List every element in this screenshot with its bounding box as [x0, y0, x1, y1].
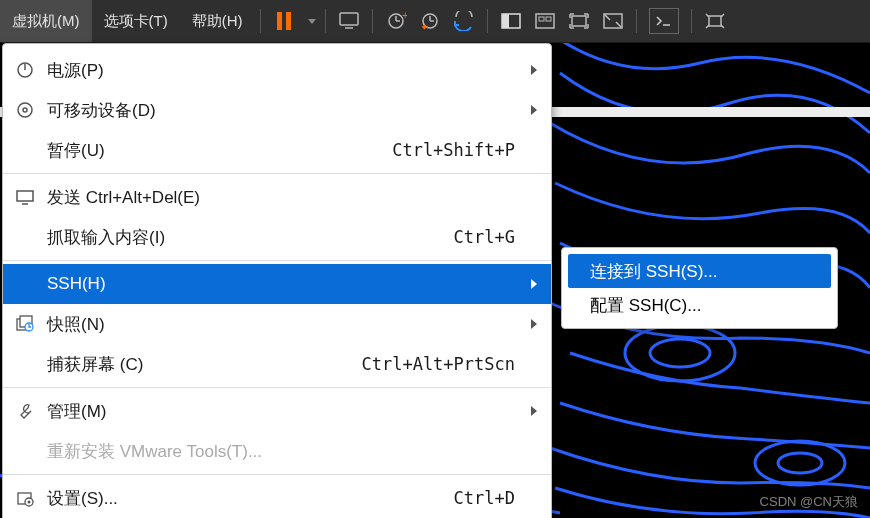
menu-shortcut: Ctrl+Alt+PrtScn — [361, 354, 551, 374]
menu-label: 电源(P) — [47, 59, 551, 82]
snapshot-icon — [15, 315, 35, 333]
separator — [325, 9, 326, 33]
content-area: 电源(P) 可移动设备(D) 暂停(U) Ctrl+Shift+P 发送 Ctr… — [0, 43, 870, 518]
menu-pause[interactable]: 暂停(U) Ctrl+Shift+P — [3, 130, 551, 170]
menu-label: 暂停(U) — [47, 139, 392, 162]
menu-manage[interactable]: 管理(M) — [3, 391, 551, 431]
menu-separator — [3, 173, 551, 174]
wrench-icon — [16, 402, 34, 420]
submenu-configure-ssh[interactable]: 配置 SSH(C)... — [562, 288, 837, 322]
svg-point-18 — [23, 108, 27, 112]
svg-point-13 — [650, 339, 710, 367]
separator — [487, 9, 488, 33]
menu-snapshot[interactable]: 快照(N) — [3, 304, 551, 344]
menu-shortcut: Ctrl+D — [454, 488, 551, 508]
svg-rect-9 — [572, 16, 586, 26]
pause-button[interactable] — [267, 0, 301, 42]
watermark: CSDN @CN天狼 — [760, 493, 858, 511]
vm-menu-popup: 电源(P) 可移动设备(D) 暂停(U) Ctrl+Shift+P 发送 Ctr… — [2, 43, 552, 518]
chevron-right-icon — [531, 105, 537, 115]
svg-rect-7 — [539, 17, 544, 21]
svg-point-15 — [778, 453, 822, 473]
menu-vm[interactable]: 虚拟机(M) — [0, 0, 92, 42]
send-icon — [15, 189, 35, 205]
view-single-icon[interactable] — [494, 0, 528, 42]
svg-point-25 — [28, 501, 31, 504]
menu-label: 抓取输入内容(I) — [47, 226, 454, 249]
menu-separator — [3, 474, 551, 475]
pause-dropdown[interactable] — [301, 0, 319, 42]
svg-rect-19 — [17, 191, 33, 201]
menu-label: 可移动设备(D) — [47, 99, 551, 122]
menu-separator — [3, 260, 551, 261]
snapshot-take-icon[interactable]: + — [379, 0, 413, 42]
stretch-icon[interactable] — [698, 0, 732, 42]
chevron-right-icon — [531, 319, 537, 329]
menu-tabs[interactable]: 选项卡(T) — [92, 0, 180, 42]
menu-separator — [3, 387, 551, 388]
chevron-right-icon — [531, 65, 537, 75]
menu-label: 设置(S)... — [47, 487, 454, 510]
svg-point-14 — [755, 441, 845, 485]
svg-rect-0 — [340, 13, 358, 25]
svg-rect-8 — [546, 17, 551, 21]
menu-send-cad[interactable]: 发送 Ctrl+Alt+Del(E) — [3, 177, 551, 217]
separator — [636, 9, 637, 33]
ssh-submenu: 连接到 SSH(S)... 配置 SSH(C)... — [561, 247, 838, 329]
menu-label: 管理(M) — [47, 400, 551, 423]
menu-capture-screen[interactable]: 捕获屏幕 (C) Ctrl+Alt+PrtScn — [3, 344, 551, 384]
menu-shortcut: Ctrl+G — [454, 227, 551, 247]
submenu-connect-ssh[interactable]: 连接到 SSH(S)... — [568, 254, 831, 288]
disc-icon — [16, 101, 34, 119]
snapshot-revert-icon[interactable] — [413, 0, 447, 42]
view-fullscreen-icon[interactable] — [596, 0, 630, 42]
menu-grab-input[interactable]: 抓取输入内容(I) Ctrl+G — [3, 217, 551, 257]
svg-point-17 — [18, 103, 32, 117]
menu-label: 捕获屏幕 (C) — [47, 353, 361, 376]
menu-label: 快照(N) — [47, 313, 551, 336]
menu-removable-devices[interactable]: 可移动设备(D) — [3, 90, 551, 130]
menu-help[interactable]: 帮助(H) — [180, 0, 255, 42]
menu-settings[interactable]: 设置(S)... Ctrl+D — [3, 478, 551, 518]
menu-ssh[interactable]: SSH(H) — [3, 264, 551, 304]
power-icon — [16, 61, 34, 79]
menu-shortcut: Ctrl+Shift+P — [392, 140, 551, 160]
svg-text:+: + — [402, 11, 407, 21]
settings-icon — [16, 489, 34, 507]
snapshot-manager-icon[interactable] — [447, 0, 481, 42]
send-keys-icon[interactable] — [332, 0, 366, 42]
svg-point-12 — [625, 325, 735, 381]
separator — [691, 9, 692, 33]
view-multi-icon[interactable] — [528, 0, 562, 42]
console-icon[interactable] — [649, 8, 679, 34]
svg-rect-5 — [502, 14, 509, 28]
chevron-right-icon — [531, 406, 537, 416]
menu-label: SSH(H) — [47, 274, 551, 294]
menu-label: 重新安装 VMware Tools(T)... — [47, 440, 551, 463]
view-unity-icon[interactable] — [562, 0, 596, 42]
separator — [372, 9, 373, 33]
menu-power[interactable]: 电源(P) — [3, 50, 551, 90]
separator — [260, 9, 261, 33]
chevron-right-icon — [531, 279, 537, 289]
app-toolbar: 虚拟机(M) 选项卡(T) 帮助(H) + — [0, 0, 870, 43]
menu-reinstall-tools: 重新安装 VMware Tools(T)... — [3, 431, 551, 471]
menu-label: 发送 Ctrl+Alt+Del(E) — [47, 186, 551, 209]
svg-rect-11 — [709, 16, 721, 26]
